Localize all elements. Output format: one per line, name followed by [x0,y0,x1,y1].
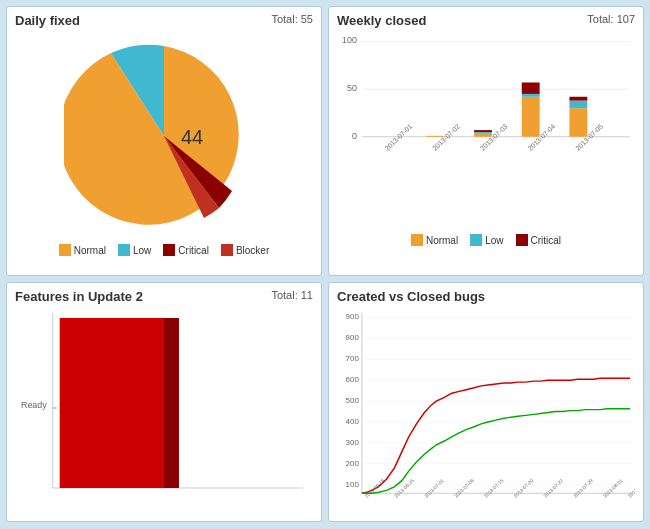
weekly-closed-total: Total: 107 [587,13,635,25]
bar-chart-area: 100 50 0 [337,32,635,232]
svg-text:100: 100 [346,480,360,489]
bugs-line-chart: 900 800 700 600 500 400 300 200 100 [337,308,635,498]
svg-text:50: 50 [347,83,357,93]
weekly-closed-panel: Weekly closed Total: 107 100 50 0 [328,6,644,276]
svg-text:0: 0 [352,131,357,141]
weekly-legend: Normal Low Critical [337,234,635,246]
legend-blocker-label: Blocker [236,245,269,256]
weekly-legend-low-label: Low [485,235,503,246]
svg-text:300: 300 [346,438,360,447]
weekly-legend-critical-label: Critical [531,235,562,246]
svg-text:2013-06-18: 2013-06-18 [364,478,386,498]
features-chart: Ready [15,308,313,493]
svg-rect-11 [522,97,540,137]
pie-container: 44 Normal Low Critical Blocker [15,36,313,256]
svg-text:2013-06-25: 2013-06-25 [394,478,416,498]
svg-text:400: 400 [346,417,360,426]
legend-critical-box [163,244,175,256]
legend-low: Low [118,244,151,256]
svg-text:800: 800 [346,333,360,342]
legend-blocker-box [221,244,233,256]
svg-text:2013-08-05: 2013-08-05 [627,478,635,498]
svg-rect-16 [569,97,587,101]
svg-rect-25 [60,318,179,488]
svg-rect-12 [522,94,540,97]
legend-normal-box [59,244,71,256]
bugs-title: Created vs Closed bugs [337,289,635,304]
pie-legend: Normal Low Critical Blocker [59,244,270,256]
features-panel: Features in Update 2 Total: 11 Ready [6,282,322,522]
weekly-bar-chart: 100 50 0 [337,32,635,232]
svg-rect-9 [474,132,492,133]
svg-text:2013-07-01: 2013-07-01 [424,478,446,498]
legend-normal: Normal [59,244,106,256]
svg-rect-15 [569,101,587,109]
svg-text:2013-07-20: 2013-07-20 [513,478,535,498]
svg-text:200: 200 [346,459,360,468]
features-total: Total: 11 [271,289,313,301]
svg-text:700: 700 [346,354,360,363]
bugs-panel: Created vs Closed bugs 900 800 700 600 5… [328,282,644,522]
svg-text:2013-07-15: 2013-07-15 [483,478,505,498]
weekly-legend-normal: Normal [411,234,458,246]
svg-text:Ready: Ready [21,400,47,410]
weekly-legend-low: Low [470,234,503,246]
svg-rect-13 [522,82,540,93]
svg-rect-26 [164,318,179,488]
legend-normal-label: Normal [74,245,106,256]
features-chart-area: Ready [15,308,313,493]
svg-text:900: 900 [346,313,360,322]
weekly-legend-critical: Critical [516,234,562,246]
legend-low-box [118,244,130,256]
dashboard: Daily fixed Total: 55 44 Normal [6,6,644,522]
svg-text:2013-07-22: 2013-07-22 [543,478,565,498]
svg-text:2013-08-01: 2013-08-01 [602,478,624,498]
svg-rect-14 [569,108,587,137]
weekly-legend-low-box [470,234,482,246]
weekly-legend-normal-box [411,234,423,246]
svg-text:100: 100 [342,36,357,46]
pie-chart: 44 [64,36,264,236]
daily-fixed-title: Daily fixed [15,13,313,28]
daily-fixed-panel: Daily fixed Total: 55 44 Normal [6,6,322,276]
pie-center-label: 44 [181,126,203,148]
legend-critical: Critical [163,244,209,256]
daily-fixed-total: Total: 55 [271,13,313,25]
legend-critical-label: Critical [178,245,209,256]
features-title: Features in Update 2 [15,289,313,304]
svg-text:500: 500 [346,396,360,405]
svg-rect-10 [474,130,492,132]
created-bugs-line [362,378,630,493]
legend-blocker: Blocker [221,244,269,256]
svg-text:2013-07-29: 2013-07-29 [573,478,595,498]
line-chart-area: 900 800 700 600 500 400 300 200 100 [337,308,635,498]
weekly-legend-normal-label: Normal [426,235,458,246]
svg-text:600: 600 [346,375,360,384]
svg-text:2013-07-08: 2013-07-08 [453,478,475,498]
legend-low-label: Low [133,245,151,256]
weekly-legend-critical-box [516,234,528,246]
